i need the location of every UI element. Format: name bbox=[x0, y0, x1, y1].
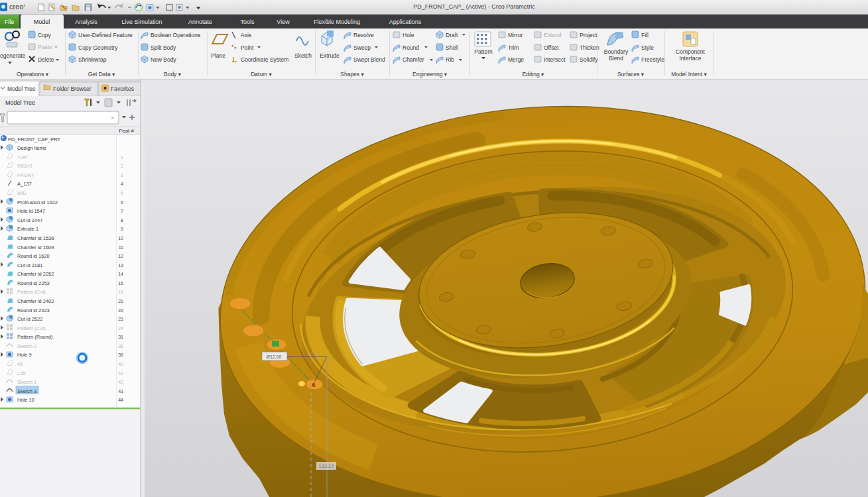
svg-text:File: File bbox=[5, 19, 15, 25]
svg-text:Favorites: Favorites bbox=[111, 85, 134, 92]
svg-text:12: 12 bbox=[118, 254, 123, 258]
svg-text:Shapes ▾: Shapes ▾ bbox=[340, 71, 364, 78]
svg-text:Draft: Draft bbox=[446, 32, 458, 38]
svg-text:Shrinkwrap: Shrinkwrap bbox=[78, 56, 107, 63]
svg-text:Paste: Paste bbox=[38, 44, 52, 50]
svg-text:21: 21 bbox=[118, 299, 123, 304]
svg-text:Pattern (Cut): Pattern (Cut) bbox=[17, 325, 46, 331]
svg-text:43: 43 bbox=[118, 389, 123, 394]
svg-text:Pattern (Round): Pattern (Round) bbox=[17, 334, 53, 340]
svg-text:Chamfer id 2402: Chamfer id 2402 bbox=[17, 298, 54, 304]
svg-text:Annotate: Annotate bbox=[188, 19, 212, 25]
svg-text:40: 40 bbox=[118, 362, 123, 366]
svg-text:Model Intent ▾: Model Intent ▾ bbox=[671, 71, 707, 78]
svg-text:41: 41 bbox=[118, 371, 123, 376]
svg-text:TOP: TOP bbox=[17, 154, 27, 160]
svg-text:Live Simulation: Live Simulation bbox=[121, 19, 162, 25]
svg-text:Chamfer id 1536: Chamfer id 1536 bbox=[17, 235, 54, 241]
svg-text:Extrude: Extrude bbox=[320, 52, 340, 59]
svg-text:Chamfer id 2252: Chamfer id 2252 bbox=[17, 271, 54, 277]
svg-text:Flexible Modeling: Flexible Modeling bbox=[314, 19, 360, 25]
svg-text:Engineering ▾: Engineering ▾ bbox=[412, 71, 448, 78]
svg-text:Fill: Fill bbox=[641, 32, 649, 38]
svg-text:User-Defined Feature: User-Defined Feature bbox=[78, 32, 133, 38]
svg-text:Cut id 2522: Cut id 2522 bbox=[17, 316, 42, 322]
svg-text:Datum ▾: Datum ▾ bbox=[251, 71, 272, 78]
svg-text:Applications: Applications bbox=[389, 19, 422, 25]
svg-text:Project: Project bbox=[580, 32, 597, 38]
svg-text:Merge: Merge bbox=[508, 56, 524, 63]
svg-text:Blend: Blend bbox=[609, 55, 623, 62]
svg-text:FRONT: FRONT bbox=[17, 172, 34, 178]
svg-text:Swept Blend: Swept Blend bbox=[353, 56, 385, 63]
svg-text:16: 16 bbox=[118, 290, 123, 294]
svg-text:Pattern (Cut): Pattern (Cut) bbox=[17, 289, 46, 295]
svg-text:Sketch 3: Sketch 3 bbox=[17, 388, 36, 394]
svg-text:9: 9 bbox=[121, 227, 123, 231]
svg-text:Body ▾: Body ▾ bbox=[164, 71, 182, 78]
svg-text:Revolve: Revolve bbox=[353, 32, 374, 38]
svg-text:Component: Component bbox=[676, 48, 706, 55]
svg-text:Get Data ▾: Get Data ▾ bbox=[88, 71, 115, 78]
svg-text:Extend: Extend bbox=[544, 32, 562, 38]
svg-text:1: 1 bbox=[121, 155, 123, 160]
svg-text:creoⁱ: creoⁱ bbox=[9, 3, 25, 11]
svg-text:Model: Model bbox=[34, 19, 50, 25]
svg-text:Sweep: Sweep bbox=[353, 44, 371, 51]
svg-text:Intersect: Intersect bbox=[544, 56, 566, 63]
svg-text:14: 14 bbox=[118, 272, 123, 276]
svg-text:Protrusion id 1422: Protrusion id 1422 bbox=[17, 199, 58, 205]
svg-text:Operations ▾: Operations ▾ bbox=[17, 71, 49, 78]
svg-text:3: 3 bbox=[121, 173, 123, 178]
svg-text:Plane: Plane bbox=[211, 52, 225, 59]
svg-text:Tools: Tools bbox=[240, 19, 255, 25]
svg-text:RIGHT: RIGHT bbox=[17, 163, 33, 169]
svg-text:Rib: Rib bbox=[446, 56, 454, 63]
svg-text:Mirror: Mirror bbox=[508, 32, 523, 38]
svg-text:Round id 2423: Round id 2423 bbox=[17, 307, 50, 313]
svg-text:Folder Browser: Folder Browser bbox=[53, 85, 92, 92]
svg-text:Trim: Trim bbox=[508, 44, 519, 51]
svg-text:13: 13 bbox=[118, 263, 123, 268]
svg-text:Boolean Operations: Boolean Operations bbox=[151, 32, 200, 38]
svg-text:39: 39 bbox=[118, 353, 123, 357]
svg-text:Surfaces ▾: Surfaces ▾ bbox=[617, 71, 645, 78]
svg-text:Copy Geometry: Copy Geometry bbox=[78, 44, 118, 51]
svg-text:Editing ▾: Editing ▾ bbox=[523, 71, 544, 78]
svg-text:Round: Round bbox=[403, 44, 419, 51]
svg-text:Sketch 1: Sketch 1 bbox=[17, 379, 36, 385]
svg-text:Model Tree: Model Tree bbox=[7, 85, 36, 92]
svg-text:133.17: 133.17 bbox=[319, 463, 334, 469]
svg-text:×: × bbox=[111, 115, 114, 121]
svg-text:Shell: Shell bbox=[446, 44, 458, 51]
svg-text:Delete: Delete bbox=[38, 56, 54, 63]
svg-text:Hole 9: Hole 9 bbox=[17, 352, 32, 358]
svg-text:Round id 1620: Round id 1620 bbox=[17, 253, 50, 259]
svg-text:Axis: Axis bbox=[241, 32, 251, 38]
svg-text:6: 6 bbox=[312, 382, 315, 388]
svg-text:Model Tree: Model Tree bbox=[5, 99, 35, 106]
svg-text:PD_FRONT_CAP_ (Active) - Creo: PD_FRONT_CAP_ (Active) - Creo Parametric bbox=[413, 3, 535, 10]
svg-text:22: 22 bbox=[118, 308, 123, 313]
svg-text:MID: MID bbox=[17, 190, 27, 196]
svg-text:38: 38 bbox=[118, 344, 123, 349]
svg-text:5: 5 bbox=[121, 191, 123, 195]
svg-text:Feat #: Feat # bbox=[119, 128, 134, 134]
svg-text:8: 8 bbox=[121, 218, 123, 223]
svg-text:Round id 2253: Round id 2253 bbox=[17, 280, 50, 286]
svg-text:2: 2 bbox=[121, 164, 123, 168]
svg-text:Solidify: Solidify bbox=[580, 56, 598, 63]
svg-text:6: 6 bbox=[121, 200, 123, 205]
svg-text:Analysis: Analysis bbox=[75, 19, 97, 25]
svg-text:10: 10 bbox=[118, 236, 123, 241]
svg-text:Hole: Hole bbox=[403, 32, 414, 38]
svg-text:Hole 10: Hole 10 bbox=[17, 397, 34, 403]
svg-text:45: 45 bbox=[17, 361, 23, 367]
svg-text:31: 31 bbox=[118, 335, 123, 339]
svg-text:Split Body: Split Body bbox=[151, 44, 176, 51]
svg-text:11: 11 bbox=[119, 245, 123, 250]
svg-text:4: 4 bbox=[121, 182, 123, 186]
svg-text:Copy: Copy bbox=[38, 32, 52, 38]
svg-text:Interface: Interface bbox=[679, 55, 701, 62]
svg-text:15: 15 bbox=[118, 281, 123, 286]
